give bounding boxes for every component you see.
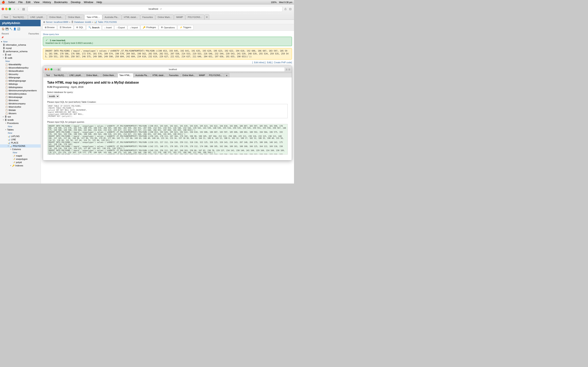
menu-bookmarks[interactable]: Bookmarks <box>54 1 68 4</box>
sidebar-tblservicefee[interactable]: 📋 tblservicefee <box>0 105 41 108</box>
inner-forward-btn[interactable]: › <box>56 68 57 71</box>
sidebar-polygons[interactable]: ▾ 📊 POLYGONS <box>0 144 41 148</box>
menu-file[interactable]: File <box>18 1 23 4</box>
sidebar-place[interactable]: 📊 PLACE <box>0 141 41 144</box>
sidebar-toggle-button[interactable]: ▤ <box>21 6 26 12</box>
tab-structure[interactable]: ☰ Structure <box>57 25 74 30</box>
close-button[interactable] <box>2 8 4 10</box>
sidebar-tbllistinglanguage[interactable]: 📋 tbllistinglanguage <box>0 79 41 82</box>
sidebar-tblresidencystatus[interactable]: 📋 tblresidencystatus <box>0 92 41 95</box>
inner-table-creation-sql[interactable]: DROP TABLE IF EXISTS POLYGONS; CREATE TA… <box>47 104 288 118</box>
sidebar-icon1[interactable]: 🏠 <box>2 27 5 30</box>
menu-safari[interactable]: Safari <box>8 1 15 4</box>
sidebar-tables-new[interactable]: New <box>0 131 41 134</box>
tab-browse[interactable]: ⊞ Browse <box>43 25 57 30</box>
sidebar-tblreviewpage[interactable]: 📋 tblreviewpage <box>0 95 41 99</box>
inner-polygon-queries-sql[interactable]: INSERT INTO POLYGONS (`mapid`,`onepolygo… <box>47 124 288 155</box>
sidebar-item-information-schema[interactable]: 🗄 information_schema <box>0 43 41 47</box>
sidebar-col-polyid[interactable]: 📝 polyid <box>0 161 41 164</box>
inner-sidebar-btn[interactable]: ▤ <box>58 68 60 71</box>
sidebar-tblcancellationpolicy[interactable]: 📋 tblcancellationpolicy <box>0 66 41 69</box>
inner-newtab-btn[interactable]: ⊡ <box>288 68 290 71</box>
sidebar-icon2[interactable]: 💾 <box>6 27 9 30</box>
sidebar-indexes[interactable]: ▾ 🔑 Indexes <box>0 164 41 167</box>
tab-take-html[interactable]: Take HTML... <box>84 14 102 20</box>
sidebar-tblcountry[interactable]: 📋 tblcountry <box>0 73 41 76</box>
sidebar-col-onepolygon[interactable]: 📝 onepolygon <box>0 157 41 161</box>
inner-tab-mysql[interactable]: Test MySQ... <box>52 73 67 77</box>
minimize-button[interactable] <box>5 8 8 10</box>
sidebar-col-mapid[interactable]: 📝 mapid <box>0 154 41 157</box>
edit-link[interactable]: Edit <box>267 61 271 64</box>
sidebar-item-testdb[interactable]: ▾ 🗄 testdb <box>0 118 41 122</box>
tab-import[interactable]: ↓ Import <box>128 25 140 30</box>
inner-tab-mamp[interactable]: MAMP <box>197 73 207 77</box>
tab-new[interactable]: + <box>205 14 209 20</box>
inner-minimize[interactable] <box>48 68 50 70</box>
sidebar-tblusers[interactable]: 📋 tblusers <box>0 112 41 115</box>
sidebar-tbllistingstatus[interactable]: 📋 tbllistingstatus <box>0 86 41 89</box>
sidebar-tables[interactable]: ▾ Tables <box>0 128 41 131</box>
sidebar-item-ssdb[interactable]: ▾ 🗄 ssdb <box>0 56 41 59</box>
sidebar-tblroleincompany[interactable]: 📋 tblroleincompany <box>0 102 41 105</box>
tab-mysql[interactable]: Test MySQ... <box>10 14 28 20</box>
sidebar-item-mysql[interactable]: 🗄 mysql <box>0 47 41 50</box>
tab-line-phpmyadmin[interactable]: LINE | phpM... <box>28 14 47 20</box>
sidebar-tblclassification[interactable]: 📋 tblclassification <box>0 69 41 73</box>
inner-maximize[interactable] <box>51 68 52 70</box>
tab-insert[interactable]: ↓ Insert <box>102 25 114 30</box>
menu-help[interactable]: Help <box>96 1 102 4</box>
tab-australia[interactable]: Australia Pla... <box>103 14 121 20</box>
sidebar-ssdb-new[interactable]: New <box>0 59 41 63</box>
sidebar-tbllanguage[interactable]: 📋 tbllanguage <box>0 76 41 79</box>
tab-online2[interactable]: Online Mark... <box>66 14 84 20</box>
favourites-label[interactable]: Favourites <box>29 33 39 35</box>
url-bar[interactable]: localhost ↺ <box>27 6 283 12</box>
sidebar-tbllistings[interactable]: 📋 tbllistings <box>0 82 41 86</box>
menu-edit[interactable]: Edit <box>26 1 30 4</box>
menu-develop[interactable]: Develop <box>71 1 81 4</box>
inner-tab-new[interactable]: + <box>224 73 229 77</box>
sidebar-procedures-new[interactable]: New <box>0 125 41 128</box>
inner-url-bar[interactable]: localhost <box>61 67 285 72</box>
inner-tab-htmldatalist[interactable]: HTML datali... <box>151 73 167 77</box>
inner-tab-favourites[interactable]: Favourites <box>167 73 181 77</box>
forward-button[interactable]: › <box>17 7 20 11</box>
inner-close[interactable] <box>45 68 47 70</box>
tab-sql[interactable]: ⚙ SQL <box>74 25 86 30</box>
menu-view[interactable]: View <box>34 1 39 4</box>
sidebar-icon3[interactable]: 🔧 <box>9 27 12 30</box>
breadcrumb-database[interactable]: Database: testdb <box>74 21 91 23</box>
menu-history[interactable]: History <box>43 1 51 4</box>
tab-online1[interactable]: Online Mark... <box>47 14 65 20</box>
edit-inline-link[interactable]: Edit inline <box>254 61 264 64</box>
tab-test[interactable]: Test <box>2 14 10 20</box>
maximize-button[interactable] <box>9 8 11 10</box>
sidebar-line[interactable]: 📊 LINE <box>0 138 41 141</box>
sidebar-icon5[interactable]: 🔄 <box>17 27 20 30</box>
inner-tab-polygons[interactable]: POLYGONS... <box>207 73 224 77</box>
inner-db-select[interactable]: testdb <box>47 94 60 98</box>
share-button[interactable]: ⎙ <box>284 7 287 11</box>
inner-back-btn[interactable]: ‹ <box>54 68 54 71</box>
tab-search[interactable]: 🔍 Search <box>86 25 102 30</box>
breadcrumb-table[interactable]: Table: POLYGONS <box>98 21 117 23</box>
sidebar-icon4[interactable]: 👤 <box>13 27 16 30</box>
inner-tab-australia[interactable]: Australia Pla... <box>134 73 150 77</box>
inner-tab-takehtml[interactable]: Take HTML... <box>118 73 133 77</box>
recent-label[interactable]: Recent <box>2 33 9 35</box>
sidebar-col-new[interactable]: New <box>0 151 41 154</box>
inner-tab-online1[interactable]: Online Mark... <box>84 73 101 77</box>
sidebar-item-ssd[interactable]: ▸ 🗄 ssd <box>0 53 41 56</box>
tab-export[interactable]: ↑ Export <box>114 25 127 30</box>
menu-window[interactable]: Window <box>84 1 93 4</box>
sidebar-tblavailability[interactable]: 📋 tblavailability <box>0 63 41 66</box>
inner-tab-online2[interactable]: Online Mark... <box>101 73 117 77</box>
apple-menu[interactable]: 🍎 <box>2 1 5 4</box>
back-button[interactable]: ‹ <box>13 7 16 11</box>
tab-privileges[interactable]: 🔑 Privileges <box>140 25 158 30</box>
inner-tab-test[interactable]: Test <box>44 73 52 77</box>
sidebar-item-performance-schema[interactable]: 🗄 performance_schema <box>0 50 41 53</box>
sidebar-procedures[interactable]: ▾ Procedures <box>0 122 41 125</box>
tab-online3[interactable]: Online Mark... <box>155 14 174 20</box>
